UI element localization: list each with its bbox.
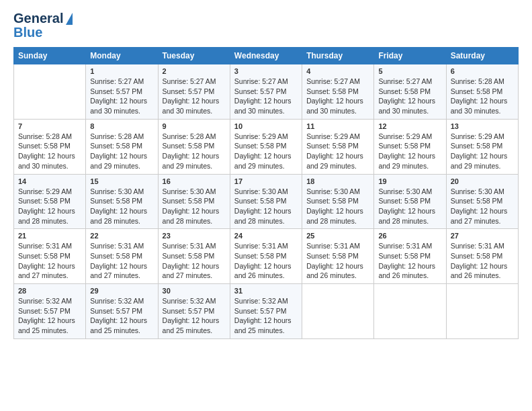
cell-line: Sunrise: 5:28 AM	[451, 77, 514, 87]
day-number: 31	[234, 287, 298, 295]
day-number: 26	[378, 232, 441, 240]
cell-line: Sunrise: 5:29 AM	[306, 132, 369, 142]
calendar-cell: 21Sunrise: 5:31 AMSunset: 5:58 PMDayligh…	[14, 229, 86, 284]
cell-line: Daylight: 12 hours	[90, 261, 153, 271]
cell-line: Sunrise: 5:30 AM	[451, 187, 514, 197]
cell-line: Sunset: 5:58 PM	[163, 141, 226, 151]
day-number: 6	[451, 67, 514, 75]
cell-line: Daylight: 12 hours	[90, 151, 153, 161]
cell-line: Sunset: 5:58 PM	[378, 251, 441, 261]
cell-line: Daylight: 12 hours	[234, 96, 298, 106]
cell-line: Daylight: 12 hours	[163, 316, 226, 326]
day-number: 12	[378, 122, 441, 130]
cell-line: Sunrise: 5:28 AM	[90, 132, 153, 142]
calendar-cell: 15Sunrise: 5:30 AMSunset: 5:58 PMDayligh…	[86, 174, 158, 229]
logo-triangle-icon	[66, 13, 73, 25]
cell-line: and 28 minutes.	[18, 216, 81, 226]
cell-line: Sunset: 5:57 PM	[163, 87, 226, 97]
cell-line: and 30 minutes.	[306, 106, 369, 116]
calendar-cell: 24Sunrise: 5:31 AMSunset: 5:58 PMDayligh…	[230, 229, 302, 284]
cell-line: and 25 minutes.	[90, 326, 153, 336]
cell-line: Daylight: 12 hours	[234, 206, 298, 216]
cell-line: Sunrise: 5:30 AM	[378, 187, 441, 197]
cell-line: Sunset: 5:57 PM	[18, 306, 81, 316]
day-number: 27	[451, 232, 514, 240]
calendar-cell: 17Sunrise: 5:30 AMSunset: 5:58 PMDayligh…	[230, 174, 302, 229]
cell-line: Sunrise: 5:31 AM	[163, 241, 226, 251]
cell-line: and 26 minutes.	[378, 271, 441, 281]
cell-line: Daylight: 12 hours	[306, 261, 369, 271]
cell-line: and 29 minutes.	[378, 161, 441, 171]
calendar-cell: 29Sunrise: 5:32 AMSunset: 5:57 PMDayligh…	[86, 284, 158, 339]
cell-line: Sunrise: 5:30 AM	[163, 187, 226, 197]
cell-line: Sunset: 5:58 PM	[234, 141, 298, 151]
cell-line: Sunrise: 5:29 AM	[378, 132, 441, 142]
cell-line: Sunset: 5:58 PM	[18, 251, 81, 261]
day-number: 2	[163, 67, 226, 75]
cell-line: and 30 minutes.	[451, 106, 514, 116]
day-number: 3	[234, 67, 298, 75]
calendar-cell: 7Sunrise: 5:28 AMSunset: 5:58 PMDaylight…	[14, 119, 86, 174]
cell-line: and 29 minutes.	[306, 161, 369, 171]
cell-line: Sunset: 5:58 PM	[378, 141, 441, 151]
cell-line: Sunset: 5:58 PM	[451, 196, 514, 206]
cell-line: Sunrise: 5:27 AM	[163, 77, 226, 87]
cell-line: and 28 minutes.	[163, 216, 226, 226]
day-number: 23	[163, 232, 226, 240]
cell-line: Daylight: 12 hours	[234, 261, 298, 271]
cell-line: Daylight: 12 hours	[234, 316, 298, 326]
cell-line: and 30 minutes.	[378, 106, 441, 116]
day-number: 17	[234, 177, 298, 185]
calendar-cell: 16Sunrise: 5:30 AMSunset: 5:58 PMDayligh…	[158, 174, 230, 229]
cell-line: and 26 minutes.	[306, 271, 369, 281]
cell-line: Sunset: 5:58 PM	[378, 87, 441, 97]
cell-line: and 30 minutes.	[90, 106, 153, 116]
cell-line: Sunset: 5:58 PM	[451, 141, 514, 151]
cell-line: and 29 minutes.	[234, 161, 298, 171]
day-number: 20	[451, 177, 514, 185]
cell-line: Sunset: 5:57 PM	[163, 306, 226, 316]
cell-line: Daylight: 12 hours	[163, 151, 226, 161]
cell-line: Daylight: 12 hours	[18, 151, 81, 161]
cell-line: Daylight: 12 hours	[18, 316, 81, 326]
cell-line: Sunset: 5:58 PM	[18, 141, 81, 151]
week-row-3: 14Sunrise: 5:29 AMSunset: 5:58 PMDayligh…	[14, 174, 519, 229]
cell-line: Sunrise: 5:30 AM	[306, 187, 369, 197]
cell-line: Sunrise: 5:30 AM	[90, 187, 153, 197]
cell-line: Daylight: 12 hours	[451, 206, 514, 216]
calendar-cell: 26Sunrise: 5:31 AMSunset: 5:58 PMDayligh…	[374, 229, 446, 284]
cell-line: Sunrise: 5:28 AM	[163, 132, 226, 142]
cell-line: and 25 minutes.	[18, 326, 81, 336]
cell-line: Daylight: 12 hours	[163, 206, 226, 216]
day-number: 8	[90, 122, 153, 130]
calendar-cell: 27Sunrise: 5:31 AMSunset: 5:58 PMDayligh…	[446, 229, 518, 284]
cell-line: Daylight: 12 hours	[163, 261, 226, 271]
week-row-5: 28Sunrise: 5:32 AMSunset: 5:57 PMDayligh…	[14, 284, 519, 339]
day-number: 9	[163, 122, 226, 130]
cell-line: Sunrise: 5:29 AM	[18, 187, 81, 197]
cell-line: Sunset: 5:57 PM	[90, 87, 153, 97]
day-number: 24	[234, 232, 298, 240]
cell-line: Daylight: 12 hours	[90, 316, 153, 326]
cell-line: Daylight: 12 hours	[378, 261, 441, 271]
day-number: 21	[18, 232, 81, 240]
week-row-1: 1Sunrise: 5:27 AMSunset: 5:57 PMDaylight…	[14, 64, 519, 120]
logo: General Blue	[13, 11, 73, 40]
calendar-cell: 5Sunrise: 5:27 AMSunset: 5:58 PMDaylight…	[374, 64, 446, 120]
cell-line: Sunrise: 5:31 AM	[451, 241, 514, 251]
column-header-monday: Monday	[86, 48, 158, 64]
cell-line: Sunset: 5:58 PM	[18, 196, 81, 206]
cell-line: Sunrise: 5:29 AM	[234, 132, 298, 142]
logo-general: General	[13, 11, 63, 26]
cell-line: and 30 minutes.	[234, 106, 298, 116]
header-row: SundayMondayTuesdayWednesdayThursdayFrid…	[14, 48, 519, 64]
calendar-cell: 2Sunrise: 5:27 AMSunset: 5:57 PMDaylight…	[158, 64, 230, 120]
calendar-cell: 19Sunrise: 5:30 AMSunset: 5:58 PMDayligh…	[374, 174, 446, 229]
cell-line: Daylight: 12 hours	[306, 206, 369, 216]
cell-line: Sunset: 5:58 PM	[451, 251, 514, 261]
cell-line: and 27 minutes.	[163, 271, 226, 281]
cell-line: Sunset: 5:58 PM	[90, 141, 153, 151]
cell-line: Daylight: 12 hours	[18, 206, 81, 216]
cell-line: Daylight: 12 hours	[234, 151, 298, 161]
day-number: 1	[90, 67, 153, 75]
